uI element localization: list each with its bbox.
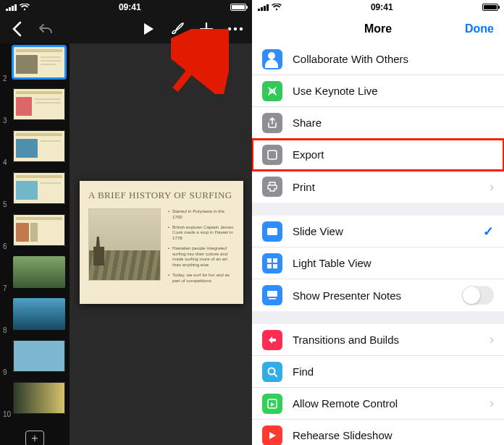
item-rehearse[interactable]: Rehearse Slideshow <box>252 420 504 445</box>
editor-toolbar <box>0 14 252 43</box>
add-icon[interactable] <box>198 21 214 37</box>
thumb-slide[interactable] <box>13 130 65 162</box>
thumb-slide[interactable] <box>13 298 65 330</box>
svg-point-13 <box>269 368 275 374</box>
check-icon: ✓ <box>483 224 494 240</box>
print-icon <box>262 177 282 197</box>
export-icon <box>262 145 282 165</box>
brush-icon[interactable] <box>169 21 185 37</box>
slide-thumbnails[interactable]: 2 3 4 5 6 7 8 9 10 + <box>0 43 70 445</box>
signal-icon <box>6 4 17 11</box>
thumb-slide[interactable] <box>13 46 65 78</box>
item-find[interactable]: Find <box>252 356 504 388</box>
wifi-icon <box>20 4 30 11</box>
item-print[interactable]: Print › <box>252 171 504 203</box>
person-icon <box>262 49 282 69</box>
thumb-number: 7 <box>3 284 7 292</box>
play-icon <box>262 425 282 446</box>
thumb-slide[interactable] <box>13 172 65 204</box>
svg-rect-11 <box>267 291 277 297</box>
svg-rect-12 <box>269 298 276 300</box>
undo-icon[interactable] <box>38 21 54 37</box>
popup-nav: More Done <box>252 14 504 43</box>
add-slide-button[interactable]: + <box>0 424 70 445</box>
item-remote[interactable]: Allow Remote Control › <box>252 388 504 420</box>
share-icon <box>262 113 282 133</box>
slide-bullets: Started in Polynesia in the 1700 British… <box>168 208 235 287</box>
item-export[interactable]: Export <box>252 139 504 171</box>
item-share[interactable]: Share <box>252 107 504 139</box>
signal-icon <box>258 4 269 11</box>
item-transitions[interactable]: Transitions and Builds › <box>252 324 504 356</box>
thumb-number: 9 <box>3 368 7 376</box>
thumb-slide[interactable] <box>13 382 65 414</box>
thumb-number: 5 <box>3 200 7 208</box>
thumb-slide[interactable] <box>13 88 65 120</box>
thumb-number: 8 <box>3 326 7 334</box>
item-keynote-live[interactable]: Use Keynote Live <box>252 75 504 107</box>
clock: 09:41 <box>371 2 393 12</box>
chevron-right-icon: › <box>490 332 494 347</box>
svg-point-1 <box>234 27 237 30</box>
thumb-number: 10 <box>3 410 11 418</box>
done-button[interactable]: Done <box>465 22 494 35</box>
remote-icon <box>262 394 282 414</box>
svg-rect-8 <box>273 258 277 263</box>
status-bar: 09:41 <box>252 0 504 14</box>
search-icon <box>262 362 282 382</box>
thumb-slide[interactable] <box>13 340 65 372</box>
svg-rect-9 <box>267 264 272 268</box>
editor-canvas[interactable]: A BRIEF HISTORY OF SURFING Started in Po… <box>70 43 252 445</box>
more-icon[interactable] <box>227 21 243 37</box>
phone-keynote: 09:41 2 <box>0 0 252 445</box>
grid-icon <box>262 253 282 274</box>
transitions-icon <box>262 330 282 350</box>
svg-rect-6 <box>267 228 277 235</box>
thumb-slide[interactable] <box>13 214 65 246</box>
chevron-right-icon: › <box>490 396 494 411</box>
item-light-table[interactable]: Light Table View <box>252 247 504 279</box>
battery-icon <box>482 4 498 11</box>
svg-point-2 <box>240 27 243 30</box>
popup-title: More <box>364 22 392 35</box>
slide-title: A BRIEF HISTORY OF SURFING <box>88 190 235 201</box>
thumb-number: 3 <box>3 116 7 124</box>
chevron-right-icon: › <box>490 179 494 195</box>
svg-rect-5 <box>268 151 277 159</box>
wifi-icon <box>272 4 282 11</box>
status-bar: 09:41 <box>0 0 252 14</box>
broadcast-icon <box>262 81 282 101</box>
back-icon[interactable] <box>9 21 25 37</box>
svg-rect-7 <box>267 258 272 263</box>
play-icon[interactable] <box>140 21 156 37</box>
svg-point-4 <box>272 90 274 92</box>
thumb-number: 4 <box>3 158 7 166</box>
svg-point-0 <box>228 27 231 30</box>
notes-icon <box>262 285 282 305</box>
current-slide[interactable]: A BRIEF HISTORY OF SURFING Started in Po… <box>80 181 243 304</box>
phone-more-popup: 09:41 More Done Collaborate With Others … <box>252 0 504 445</box>
clock: 09:41 <box>119 2 141 12</box>
settings-list[interactable]: Collaborate With Others Use Keynote Live… <box>252 43 504 445</box>
item-collaborate[interactable]: Collaborate With Others <box>252 43 504 75</box>
battery-icon <box>230 4 246 11</box>
thumb-number: 6 <box>3 242 7 250</box>
slide-view-icon <box>262 221 282 242</box>
svg-rect-10 <box>273 264 277 268</box>
item-slide-view[interactable]: Slide View ✓ <box>252 216 504 247</box>
thumb-number: 2 <box>3 75 7 82</box>
slide-image <box>88 208 161 281</box>
thumb-slide[interactable] <box>13 256 65 288</box>
toggle-off[interactable] <box>462 286 494 305</box>
item-presenter-notes[interactable]: Show Presenter Notes <box>252 279 504 311</box>
